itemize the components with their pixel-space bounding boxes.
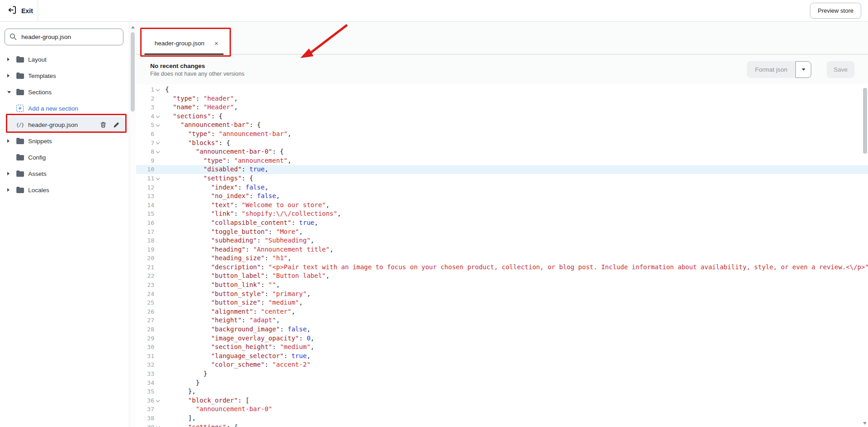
trash-icon[interactable] — [100, 121, 107, 128]
code-line-1[interactable]: 1{ — [136, 85, 868, 94]
format-json-dropdown-button[interactable] — [795, 61, 811, 78]
tab-header-group-json[interactable]: header-group.json × — [143, 31, 230, 55]
line-number: 10 — [136, 165, 154, 174]
line-number: 1 — [136, 85, 154, 94]
code-line-37[interactable]: 37 "announcement-bar-0" — [136, 405, 868, 414]
sidebar-item-sections[interactable]: Sections — [7, 84, 125, 100]
code-line-31[interactable]: 31 "language_selector": true, — [136, 352, 868, 361]
code-line-4[interactable]: 4 "sections": { — [136, 112, 868, 121]
code-line-36[interactable]: 36 "block_order": [ — [136, 396, 868, 405]
code-line-32[interactable]: 32 "color_scheme": "accent-2" — [136, 360, 868, 369]
code-line-11[interactable]: 11 "settings": { — [136, 174, 868, 183]
code-line-5[interactable]: 5 "announcement-bar": { — [136, 121, 868, 130]
fold-spacer — [154, 414, 162, 423]
code-line-14[interactable]: 14 "text": "Welcome to our store", — [136, 201, 868, 210]
sidebar-item-locales[interactable]: Locales — [7, 182, 125, 198]
pencil-icon[interactable] — [113, 121, 120, 128]
code-line-3[interactable]: 3 "name": "Header", — [136, 103, 868, 112]
sidebar-scrollbar-thumb[interactable] — [131, 32, 135, 112]
line-number: 14 — [136, 201, 154, 210]
fold-chevron-icon[interactable] — [154, 121, 162, 130]
sidebar-scrollbar[interactable] — [129, 21, 137, 427]
code-line-12[interactable]: 12 "index": false, — [136, 183, 868, 192]
code-line-13[interactable]: 13 "no_index": false, — [136, 192, 868, 201]
code-line-26[interactable]: 26 "alignment": "center", — [136, 307, 868, 316]
code-line-34[interactable]: 34 } — [136, 378, 868, 388]
gutter: 13 — [136, 192, 162, 201]
format-json-button[interactable]: Format json — [747, 61, 795, 78]
code-text: "settings": { — [162, 423, 238, 427]
code-line-30[interactable]: 30 "section_height": "medium", — [136, 343, 868, 352]
code-line-25[interactable]: 25 "button_size": "medium", — [136, 298, 868, 307]
gutter: 38 — [136, 414, 162, 423]
line-number: 36 — [136, 396, 154, 405]
code-line-6[interactable]: 6 "type": "announcement-bar", — [136, 130, 868, 139]
caret-right-icon — [7, 139, 15, 143]
code-line-21[interactable]: 21 "description": "<p>Pair text with an … — [136, 263, 868, 272]
gutter: 9 — [136, 156, 162, 165]
code-line-9[interactable]: 9 "type": "announcement", — [136, 156, 868, 165]
fold-chevron-icon[interactable] — [154, 139, 162, 148]
tab-bar: header-group.json × — [136, 21, 868, 55]
exit-button[interactable]: Exit — [0, 0, 38, 21]
fold-chevron-icon[interactable] — [154, 423, 162, 427]
scroll-down-arrow-icon[interactable] — [863, 422, 867, 425]
code-text: "announcement-bar": { — [162, 121, 261, 130]
sidebar-item-add-a-new-section[interactable]: +Add a new section — [7, 100, 125, 116]
gutter: 21 — [136, 263, 162, 272]
code-line-24[interactable]: 24 "button_style": "primary", — [136, 290, 868, 299]
folder-icon — [15, 89, 25, 95]
editor-scrollbar-thumb[interactable] — [863, 88, 867, 154]
sidebar-item-templates[interactable]: Templates — [7, 68, 125, 84]
format-json-split-button: Format json — [747, 61, 811, 78]
code-line-23[interactable]: 23 "button_link": "", — [136, 281, 868, 290]
code-line-2[interactable]: 2 "type": "header", — [136, 94, 868, 103]
folder-icon — [15, 170, 25, 177]
code-line-39[interactable]: 39 "settings": { — [136, 423, 868, 427]
fold-spacer — [154, 245, 162, 254]
sidebar-item-label: Config — [28, 154, 46, 161]
code-line-15[interactable]: 15 "link": "shopify:\/\/collections", — [136, 209, 868, 218]
code-line-17[interactable]: 17 "toggle_button": "More", — [136, 228, 868, 237]
search-input[interactable] — [5, 29, 123, 45]
fold-chevron-icon[interactable] — [154, 174, 162, 183]
code-line-18[interactable]: 18 "subheading": "Subheading", — [136, 236, 868, 245]
fold-spacer — [154, 387, 162, 396]
code-line-8[interactable]: 8 "announcement-bar-0": { — [136, 147, 868, 156]
editor-scrollbar[interactable] — [861, 84, 868, 427]
code-line-28[interactable]: 28 "background_image": false, — [136, 325, 868, 334]
sidebar-item-assets[interactable]: Assets — [7, 165, 125, 182]
fold-chevron-icon[interactable] — [154, 396, 162, 405]
code-text: "link": "shopify:\/\/collections", — [162, 209, 341, 218]
code-line-29[interactable]: 29 "image_overlay_opacity": 0, — [136, 334, 868, 343]
code-line-38[interactable]: 38 ], — [136, 414, 868, 423]
gutter: 34 — [136, 378, 162, 388]
code-line-33[interactable]: 33 } — [136, 369, 868, 378]
sidebar-item-layout[interactable]: Layout — [7, 51, 125, 68]
sidebar-item-config[interactable]: Config — [7, 149, 125, 165]
code-line-16[interactable]: 16 "collapsible_content": true, — [136, 218, 868, 228]
code-line-7[interactable]: 7 "blocks": { — [136, 139, 868, 148]
code-line-27[interactable]: 27 "height": "adapt", — [136, 316, 868, 325]
gutter: 7 — [136, 139, 162, 148]
fold-chevron-icon[interactable] — [154, 112, 162, 121]
code-line-19[interactable]: 19 "heading": "Announcement title", — [136, 245, 868, 254]
gutter: 30 — [136, 343, 162, 352]
line-number: 27 — [136, 316, 154, 325]
sidebar-item-label: Locales — [28, 187, 49, 194]
code-line-20[interactable]: 20 "heading_size": "h1", — [136, 254, 868, 263]
scroll-up-arrow-icon[interactable] — [131, 26, 135, 29]
close-icon[interactable]: × — [214, 40, 218, 47]
sidebar-item-snippets[interactable]: Snippets — [7, 133, 125, 149]
code-editor[interactable]: 1{2 "type": "header",3 "name": "Header",… — [136, 84, 868, 427]
fold-chevron-icon[interactable] — [154, 147, 162, 156]
code-line-10[interactable]: 10 "disabled": true, — [136, 165, 868, 174]
gutter: 23 — [136, 281, 162, 290]
preview-store-button[interactable]: Preview store — [810, 3, 861, 19]
fold-spacer — [154, 209, 162, 218]
code-line-22[interactable]: 22 "button_label": "Button label", — [136, 272, 868, 281]
code-line-35[interactable]: 35 }, — [136, 387, 868, 396]
sidebar-item-header-group-json[interactable]: {/}header-group.json — [7, 116, 125, 133]
save-button[interactable]: Save — [827, 61, 854, 78]
fold-chevron-icon[interactable] — [154, 85, 162, 94]
